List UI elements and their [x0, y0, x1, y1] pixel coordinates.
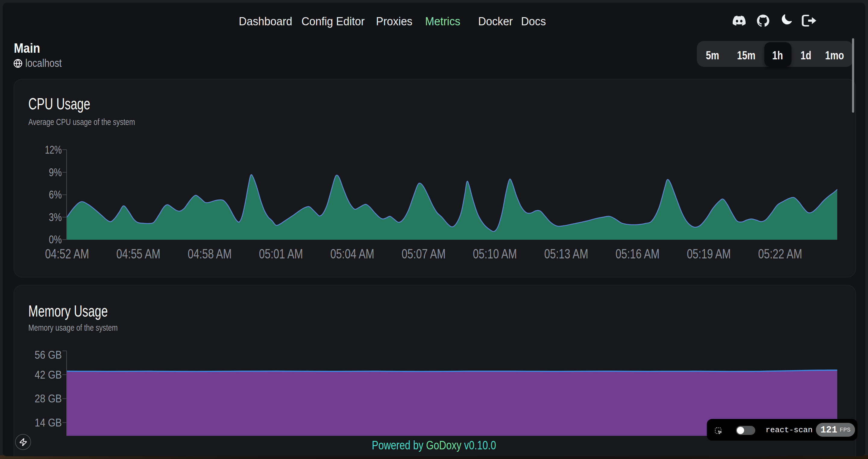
svg-text:14 GB: 14 GB — [35, 417, 62, 429]
svg-text:28 GB: 28 GB — [35, 392, 62, 405]
svg-text:42 GB: 42 GB — [35, 369, 62, 381]
svg-text:56 GB: 56 GB — [35, 349, 62, 361]
